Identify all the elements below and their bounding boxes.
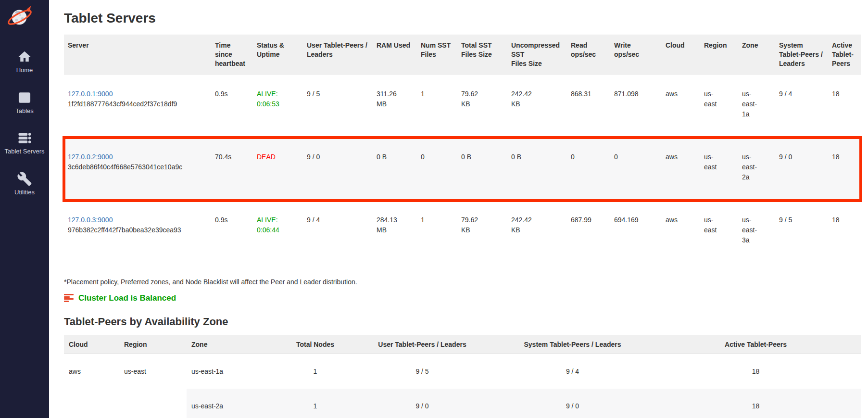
user-peers-cell: 9 / 4 bbox=[303, 201, 373, 264]
col-header-zone: Zone bbox=[738, 35, 775, 75]
zone-cell: us-east-1a bbox=[187, 354, 280, 389]
planet-rocket-logo-icon bbox=[6, 5, 34, 29]
server-cell: 127.0.0.1:9000 1f2fd188777643cf944ced2f3… bbox=[64, 74, 211, 138]
tables-icon bbox=[17, 90, 32, 105]
system-peers-cell: 9 / 0 bbox=[775, 138, 828, 201]
region-cell: us- east bbox=[700, 201, 738, 264]
total-nodes-cell: 1 bbox=[280, 389, 350, 418]
num-sst-cell: 0 bbox=[417, 138, 457, 201]
app-window: Home Tables Tablet Servers bbox=[0, 0, 868, 418]
total-sst-cell: 0 B bbox=[457, 138, 507, 201]
col-header-active-peers: Active Tablet- Peers bbox=[828, 35, 861, 75]
active-peers-cell: 18 bbox=[828, 201, 861, 264]
col-header-user-peers: User Tablet-Peers / Leaders bbox=[303, 35, 373, 75]
sidebar-item-utilities[interactable]: Utilities bbox=[0, 172, 49, 196]
server-cell: 127.0.0.2:9000 3c6deb86f40c4f668e5763041… bbox=[64, 138, 211, 201]
col-header-read-ops: Read ops/sec bbox=[567, 35, 610, 75]
server-address-link[interactable]: 127.0.0.2:9000 bbox=[68, 153, 113, 161]
col-header-server: Server bbox=[64, 35, 211, 75]
write-ops-cell: 871.098 bbox=[610, 74, 662, 138]
status-cell: ALIVE: 0:06:53 bbox=[253, 74, 303, 138]
uncompressed-sst-cell: 242.42 KB bbox=[507, 201, 567, 264]
total-sst-cell: 79.62 KB bbox=[457, 74, 507, 138]
col-header-zone: Zone bbox=[187, 335, 280, 354]
server-uuid: 976b382c2ff442f7ba0bea32e39cea93 bbox=[68, 226, 181, 234]
ram-cell: 284.13 MB bbox=[373, 201, 417, 264]
sidebar-item-tablet-servers[interactable]: Tablet Servers bbox=[0, 131, 49, 155]
col-header-status-uptime: Status & Uptime bbox=[253, 35, 303, 75]
col-header-total-sst: Total SST Files Size bbox=[457, 35, 507, 75]
server-uuid: 1f2fd188777643cf944ced2f37c18df9 bbox=[68, 100, 177, 108]
region-cell: us-east bbox=[119, 354, 187, 418]
col-header-total-nodes: Total Nodes bbox=[280, 335, 350, 354]
active-peers-cell: 18 bbox=[651, 389, 861, 418]
col-header-cloud: Cloud bbox=[64, 335, 119, 354]
write-ops-cell: 0 bbox=[610, 138, 662, 201]
home-icon bbox=[17, 50, 32, 64]
cloud-cell: aws bbox=[662, 201, 700, 264]
sidebar-nav: Home Tables Tablet Servers bbox=[0, 50, 49, 196]
sidebar-item-label: Utilities bbox=[14, 189, 35, 196]
active-peers-cell: 18 bbox=[828, 138, 861, 201]
total-sst-cell: 79.62 KB bbox=[457, 201, 507, 264]
system-peers-cell: 9 / 0 bbox=[494, 389, 651, 418]
col-header-heartbeat: Time since heartbeat bbox=[211, 35, 253, 75]
zone-cell: us-east-2a bbox=[187, 389, 280, 418]
main-content: Tablet Servers Server Time since heartbe… bbox=[49, 0, 868, 418]
ram-cell: 311.26 MB bbox=[373, 74, 417, 138]
zone-row-1: aws us-east us-east-1a 1 9 / 5 9 / 4 18 bbox=[64, 354, 861, 389]
tablet-servers-table: Server Time since heartbeat Status & Upt… bbox=[64, 35, 861, 264]
cluster-load-status: Cluster Load is Balanced bbox=[64, 293, 861, 303]
region-cell: us- east bbox=[700, 138, 738, 201]
user-peers-cell: 9 / 0 bbox=[350, 389, 494, 418]
server-row-1: 127.0.0.1:9000 1f2fd188777643cf944ced2f3… bbox=[64, 74, 861, 138]
col-header-cloud: Cloud bbox=[662, 35, 700, 75]
cloud-cell: aws bbox=[662, 74, 700, 138]
zone-cell: us- east- 3a bbox=[738, 201, 775, 264]
utilities-icon bbox=[17, 172, 32, 186]
user-peers-cell: 9 / 5 bbox=[303, 74, 373, 138]
col-header-num-sst: Num SST Files bbox=[417, 35, 457, 75]
region-cell: us- east bbox=[700, 74, 738, 138]
sidebar-item-tables[interactable]: Tables bbox=[0, 90, 49, 115]
num-sst-cell: 1 bbox=[417, 201, 457, 264]
sidebar-item-label: Tablet Servers bbox=[4, 148, 44, 155]
tablet-peers-by-zone-table: Cloud Region Zone Total Nodes User Table… bbox=[64, 335, 861, 418]
num-sst-cell: 1 bbox=[417, 74, 457, 138]
load-balance-icon bbox=[64, 294, 74, 302]
cloud-cell: aws bbox=[64, 354, 119, 418]
sidebar: Home Tables Tablet Servers bbox=[0, 0, 49, 418]
user-peers-cell: 9 / 5 bbox=[350, 354, 494, 389]
read-ops-cell: 0 bbox=[567, 138, 610, 201]
col-header-user-peers: User Tablet-Peers / Leaders bbox=[350, 335, 494, 354]
status-cell: DEAD bbox=[253, 138, 303, 201]
uncompressed-sst-cell: 242.42 KB bbox=[507, 74, 567, 138]
placement-policy-note: *Placement policy, Preferred zones, and … bbox=[64, 278, 861, 286]
col-header-system-peers: System Tablet-Peers / Leaders bbox=[775, 35, 828, 75]
zone-cell: us- east- 2a bbox=[738, 138, 775, 201]
col-header-write-ops: Write ops/sec bbox=[610, 35, 662, 75]
col-header-region: Region bbox=[119, 335, 187, 354]
ram-cell: 0 B bbox=[373, 138, 417, 201]
sidebar-item-label: Home bbox=[16, 66, 33, 74]
read-ops-cell: 868.31 bbox=[567, 74, 610, 138]
system-peers-cell: 9 / 4 bbox=[494, 354, 651, 389]
page-title: Tablet Servers bbox=[64, 11, 861, 26]
sidebar-item-home[interactable]: Home bbox=[0, 50, 49, 74]
app-logo[interactable] bbox=[6, 5, 34, 30]
write-ops-cell: 694.169 bbox=[610, 201, 662, 264]
heartbeat-cell: 0.9s bbox=[211, 74, 253, 138]
tablet-servers-icon bbox=[17, 131, 32, 145]
server-cell: 127.0.0.3:9000 976b382c2ff442f7ba0bea32e… bbox=[64, 201, 211, 264]
zone-cell: us- east- 1a bbox=[738, 74, 775, 138]
server-address-link[interactable]: 127.0.0.1:9000 bbox=[68, 90, 113, 98]
cloud-cell: aws bbox=[662, 138, 700, 201]
server-address-link[interactable]: 127.0.0.3:9000 bbox=[68, 216, 113, 224]
col-header-region: Region bbox=[700, 35, 738, 75]
zones-section-title: Tablet-Peers by Availability Zone bbox=[64, 316, 861, 328]
zones-table-header-row: Cloud Region Zone Total Nodes User Table… bbox=[64, 335, 861, 354]
cluster-load-text: Cluster Load is Balanced bbox=[78, 293, 176, 303]
status-cell: ALIVE: 0:06:44 bbox=[253, 201, 303, 264]
active-peers-cell: 18 bbox=[828, 74, 861, 138]
heartbeat-cell: 0.9s bbox=[211, 201, 253, 264]
